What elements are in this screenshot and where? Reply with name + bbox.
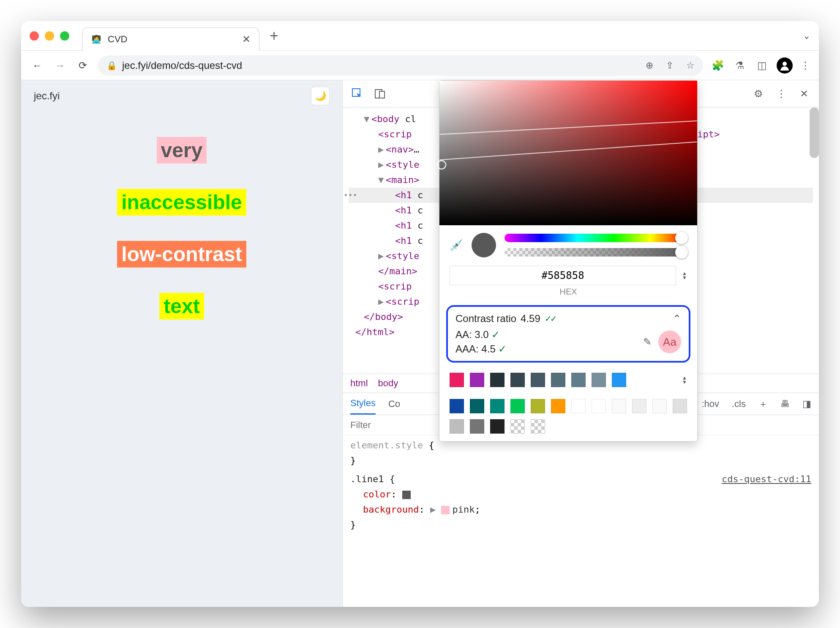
close-window-button[interactable] — [30, 31, 39, 41]
palette-swatch-empty[interactable] — [531, 419, 545, 434]
bookmark-icon[interactable]: ☆ — [686, 60, 695, 71]
palette-swatch[interactable] — [551, 373, 565, 387]
devtools-menu-icon[interactable]: ⋮ — [774, 87, 788, 101]
color-palette: ▲▼ — [439, 369, 697, 441]
palette-switch[interactable]: ▲▼ — [682, 376, 687, 384]
palette-swatch[interactable] — [510, 399, 525, 413]
inspect-icon[interactable] — [350, 87, 365, 101]
maximize-window-button[interactable] — [60, 31, 69, 41]
lock-icon: 🔒 — [106, 60, 117, 71]
eyedropper-icon[interactable]: 💉 — [450, 239, 463, 252]
tab-computed[interactable]: Co — [388, 399, 400, 410]
palette-swatch[interactable] — [470, 373, 484, 387]
spectrum-cursor[interactable] — [437, 160, 446, 169]
contrast-sample-swatch: Aa — [658, 330, 681, 353]
palette-swatch[interactable] — [470, 399, 484, 413]
profile-avatar[interactable] — [777, 57, 793, 74]
breadcrumb-html[interactable]: html — [350, 378, 368, 389]
browser-tab-strip: 👩‍💻 CVD ✕ + ⌄ — [21, 21, 819, 51]
palette-swatch[interactable] — [531, 399, 545, 413]
page-body: very inaccessible low-contrast text — [21, 112, 342, 607]
hue-slider[interactable] — [505, 234, 687, 242]
palette-swatch-empty[interactable] — [510, 419, 525, 434]
format-switch[interactable]: ▲▼ — [682, 271, 687, 280]
palette-swatch[interactable] — [592, 399, 606, 413]
page-brand: jec.fyi — [34, 90, 60, 102]
palette-swatch[interactable] — [652, 399, 667, 413]
palette-swatch[interactable] — [571, 373, 586, 387]
device-toggle-icon[interactable] — [373, 87, 387, 101]
alpha-slider[interactable] — [505, 248, 687, 257]
palette-swatch[interactable] — [632, 399, 646, 413]
browser-tab[interactable]: 👩‍💻 CVD ✕ — [82, 27, 259, 51]
demo-line-1: very — [157, 137, 207, 164]
breadcrumb-body[interactable]: body — [378, 378, 398, 389]
minimize-window-button[interactable] — [45, 31, 54, 41]
source-link[interactable]: cds-quest-cvd:11 — [722, 472, 811, 487]
cls-toggle[interactable]: .cls — [732, 399, 746, 410]
palette-swatch[interactable] — [450, 419, 464, 434]
devtools-close-icon[interactable]: ✕ — [797, 87, 811, 101]
palette-swatch[interactable] — [490, 373, 505, 387]
contrast-value: 4.59 — [521, 313, 540, 325]
reload-button[interactable]: ⟳ — [75, 58, 90, 73]
contrast-line-aaa — [440, 142, 697, 161]
back-button[interactable]: ← — [30, 58, 45, 73]
hue-knob[interactable] — [675, 232, 688, 244]
demo-line-4: text — [159, 293, 204, 319]
palette-swatch[interactable] — [551, 399, 565, 413]
theme-toggle-button[interactable]: 🌙 — [311, 87, 330, 105]
url-text: jec.fyi/demo/cds-quest-cvd — [122, 60, 242, 71]
window-controls — [30, 31, 69, 41]
palette-swatch[interactable] — [490, 419, 505, 434]
aaa-label: AAA: 4.5 — [455, 343, 496, 355]
tab-styles[interactable]: Styles — [350, 393, 376, 415]
hov-toggle[interactable]: :hov — [701, 399, 719, 410]
tab-dropdown-icon[interactable]: ⌄ — [803, 30, 810, 41]
palette-swatch[interactable] — [612, 399, 626, 413]
palette-swatch[interactable] — [612, 373, 626, 387]
hex-label: HEX — [439, 287, 697, 302]
color-spectrum[interactable] — [439, 81, 697, 225]
aa-label: AA: 3.0 — [455, 329, 489, 340]
url-bar[interactable]: 🔒 jec.fyi/demo/cds-quest-cvd ⊕ ⇪ ☆ — [98, 55, 703, 76]
palette-swatch[interactable] — [490, 399, 505, 413]
forward-button[interactable]: → — [52, 58, 68, 73]
palette-swatch[interactable] — [592, 373, 606, 387]
styles-rules[interactable]: element.style { } cds-quest-cvd:11 .line… — [343, 435, 819, 540]
background-swatch[interactable] — [441, 506, 450, 514]
contrast-checkmarks-icon: ✓✓ — [545, 314, 556, 324]
color-swatch[interactable] — [402, 491, 411, 499]
close-tab-icon[interactable]: ✕ — [242, 33, 251, 45]
alpha-knob[interactable] — [675, 246, 688, 259]
palette-swatch[interactable] — [673, 399, 687, 413]
contrast-collapse-icon[interactable]: ⌃ — [673, 313, 681, 325]
side-panel-icon[interactable]: ◫ — [755, 58, 769, 73]
palette-swatch[interactable] — [531, 373, 545, 387]
palette-swatch[interactable] — [510, 373, 525, 387]
palette-swatch[interactable] — [450, 373, 464, 387]
sidebar-toggle-icon[interactable]: ◨ — [802, 399, 811, 410]
demo-line-3: low-contrast — [117, 241, 246, 268]
palette-swatch[interactable] — [470, 419, 484, 434]
contrast-line-aa — [439, 120, 697, 135]
demo-line-2: inaccessible — [117, 189, 246, 216]
new-tab-button[interactable]: + — [270, 27, 278, 45]
svg-rect-3 — [379, 91, 385, 98]
devtools-panel: ⚙ ⋮ ✕ ▼<body cl <scrip-js");</script​> ▶… — [342, 80, 819, 607]
browser-menu-icon[interactable]: ⋮ — [800, 60, 810, 71]
new-rule-icon[interactable]: ＋ — [758, 398, 768, 410]
contrast-eyedropper-icon[interactable]: ✎ — [643, 336, 652, 348]
palette-swatch[interactable] — [450, 399, 464, 413]
share-icon[interactable]: ⇪ — [666, 60, 674, 71]
zoom-icon[interactable]: ⊕ — [646, 60, 653, 71]
favicon-icon: 👩‍💻 — [91, 34, 102, 45]
elements-scrollbar[interactable] — [810, 107, 819, 158]
extensions-icon[interactable]: 🧩 — [711, 58, 725, 73]
computed-styles-icon[interactable]: 🖶 — [780, 399, 790, 410]
palette-swatch[interactable] — [571, 399, 586, 413]
hex-input[interactable] — [450, 266, 676, 285]
page-header: jec.fyi 🌙 — [21, 80, 342, 112]
settings-icon[interactable]: ⚙ — [751, 87, 766, 101]
labs-icon[interactable]: ⚗ — [733, 58, 747, 73]
